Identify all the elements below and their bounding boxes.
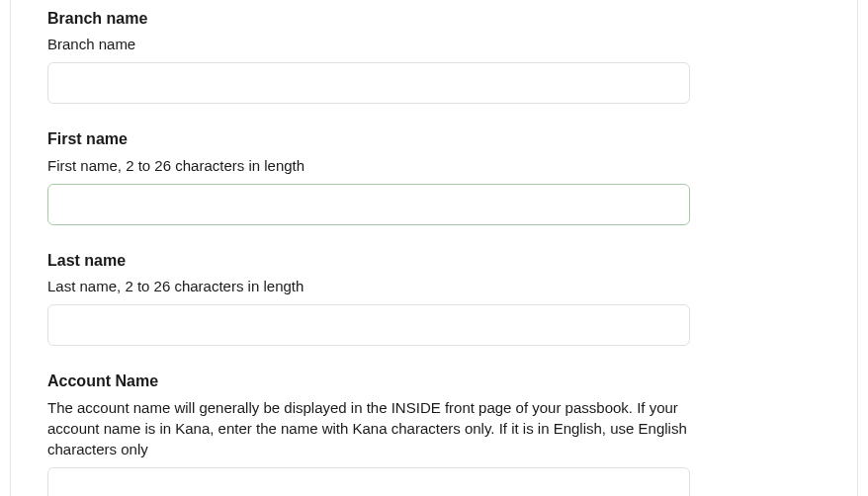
first-name-help: First name, 2 to 26 characters in length <box>47 155 690 176</box>
first-name-input[interactable] <box>47 184 690 225</box>
last-name-label: Last name <box>47 250 821 272</box>
last-name-group: Last name Last name, 2 to 26 characters … <box>47 250 821 346</box>
form-panel: Branch name Branch name First name First… <box>10 0 858 496</box>
branch-name-input[interactable] <box>47 62 690 104</box>
account-name-label: Account Name <box>47 371 821 392</box>
last-name-help: Last name, 2 to 26 characters in length <box>47 276 690 296</box>
account-name-group: Account Name The account name will gener… <box>47 371 821 496</box>
branch-name-group: Branch name Branch name <box>47 0 821 104</box>
last-name-input[interactable] <box>47 304 690 346</box>
account-name-help: The account name will generally be displ… <box>47 397 690 459</box>
account-name-input[interactable] <box>47 467 690 496</box>
branch-name-label: Branch name <box>47 8 821 30</box>
first-name-group: First name First name, 2 to 26 character… <box>47 128 821 224</box>
branch-name-help: Branch name <box>47 34 690 54</box>
first-name-label: First name <box>47 128 821 150</box>
